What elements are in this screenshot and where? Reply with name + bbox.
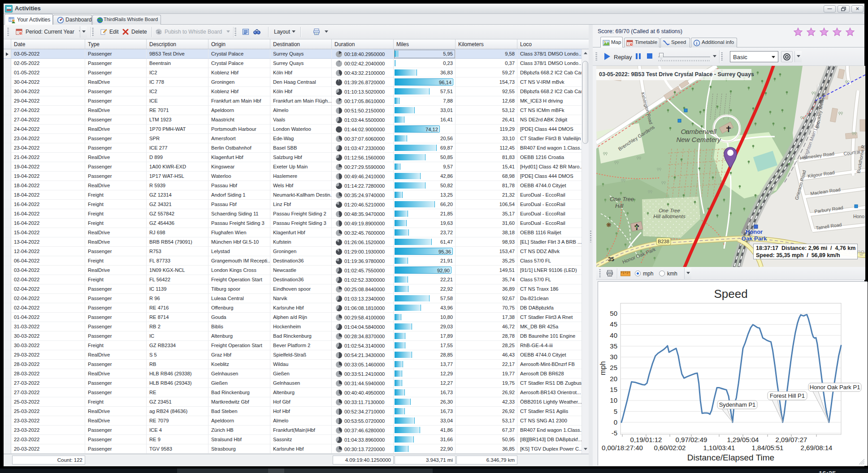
svg-text:Speed: Speed — [714, 287, 747, 301]
svg-text:1,29/05:04: 1,29/05:04 — [727, 436, 759, 443]
svg-text:Honor Oak Park P1: Honor Oak Park P1 — [810, 384, 860, 391]
svg-text:35: 35 — [610, 342, 617, 350]
svg-text:1,10/03:41: 1,10/03:41 — [703, 444, 735, 452]
svg-text:1,84/05:51: 1,84/05:51 — [752, 444, 784, 452]
svg-text:Hono: Hono — [853, 214, 864, 219]
svg-text:0,00/18:27:40: 0,00/18:27:40 — [602, 444, 643, 452]
svg-text:B238: B238 — [658, 239, 669, 244]
svg-text:0,19/01:12: 0,19/01:12 — [630, 436, 662, 443]
svg-text:2,09/07:27: 2,09/07:27 — [776, 436, 807, 443]
svg-text:10: 10 — [610, 396, 617, 404]
svg-text:0: 0 — [614, 418, 617, 426]
svg-text:20: 20 — [610, 375, 617, 383]
svg-text:Camberwell: Camberwell — [681, 128, 716, 135]
svg-text:One Tree: One Tree — [659, 208, 680, 213]
svg-text:0,97/02:49: 0,97/02:49 — [676, 436, 707, 443]
svg-text:-5: -5 — [612, 429, 617, 437]
svg-text:Oak Park: Oak Park — [742, 235, 767, 242]
svg-text:0,60/02:02: 0,60/02:02 — [654, 444, 686, 452]
svg-text:mph: mph — [599, 361, 607, 375]
svg-text:40: 40 — [610, 331, 617, 339]
svg-text:Distance/Elapsed Time: Distance/Elapsed Time — [687, 453, 774, 462]
svg-text:✝: ✝ — [725, 125, 732, 134]
svg-text:Hill allotments: Hill allotments — [653, 214, 686, 219]
svg-text:Hill: Hill — [615, 202, 624, 209]
svg-text:Forest Hill P1: Forest Hill P1 — [770, 392, 805, 399]
svg-text:One Tree: One Tree — [610, 196, 634, 202]
svg-text:❋: ❋ — [606, 221, 612, 228]
svg-text:50: 50 — [610, 310, 617, 317]
svg-text:5: 5 — [614, 408, 617, 415]
svg-text:25: 25 — [610, 364, 617, 371]
svg-text:New Cemetery: New Cemetery — [676, 136, 721, 143]
svg-text:45: 45 — [610, 320, 617, 328]
svg-text:15: 15 — [610, 386, 617, 393]
svg-text:Honor: Honor — [746, 228, 763, 235]
svg-text:Sydenham P1: Sydenham P1 — [719, 401, 756, 408]
svg-text:35: 35 — [608, 256, 614, 262]
svg-text:2,69/08:14: 2,69/08:14 — [801, 444, 833, 452]
svg-text:30: 30 — [610, 353, 617, 361]
svg-text:i: i — [696, 41, 698, 46]
